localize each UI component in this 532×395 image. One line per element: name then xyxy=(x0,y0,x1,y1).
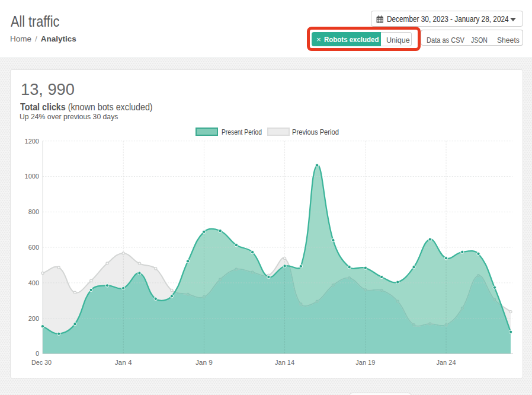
svg-text:200: 200 xyxy=(28,315,39,322)
svg-text:400: 400 xyxy=(28,279,39,286)
svg-text:Jan 4: Jan 4 xyxy=(115,359,132,366)
svg-text:Jan 14: Jan 14 xyxy=(275,359,294,366)
svg-text:Dec 30: Dec 30 xyxy=(31,359,52,366)
svg-text:Previous Period: Previous Period xyxy=(292,128,339,136)
svg-text:Present Period: Present Period xyxy=(222,128,262,136)
svg-text:0: 0 xyxy=(36,350,39,357)
svg-text:Jan 9: Jan 9 xyxy=(196,359,213,366)
svg-text:600: 600 xyxy=(28,244,39,251)
svg-text:1000: 1000 xyxy=(25,173,39,180)
svg-text:Jan 24: Jan 24 xyxy=(437,359,456,366)
svg-text:1200: 1200 xyxy=(25,138,39,145)
svg-text:Jan 19: Jan 19 xyxy=(355,359,375,366)
svg-text:800: 800 xyxy=(28,208,39,215)
